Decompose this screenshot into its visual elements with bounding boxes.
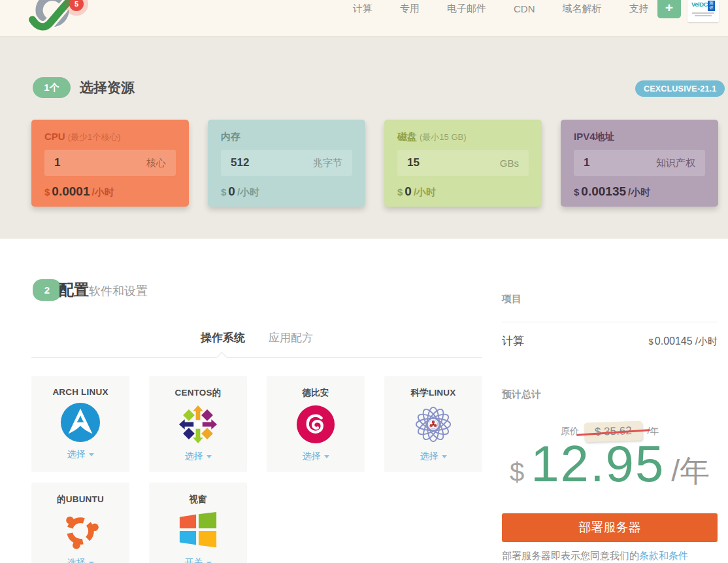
estimate-label: 预计总计 [502, 388, 541, 401]
memory-card-title: 内存 [221, 131, 240, 142]
tab-operating-system[interactable]: 操作系统 [201, 330, 245, 345]
watermark-line [695, 15, 712, 16]
total-currency: $ [510, 458, 524, 487]
disk-value: 15 [407, 156, 420, 169]
cpu-value: 1 [54, 156, 60, 169]
os-select-dropdown[interactable]: 开关 [185, 557, 212, 563]
os-card-debian[interactable]: 德比安 选择 [267, 376, 365, 472]
coupon-badge: CEXCLUSIVE-21.1 [635, 80, 725, 97]
notification-badge[interactable]: 5 [69, 0, 84, 11]
disk-value-input[interactable]: 15 GBs [397, 150, 529, 176]
nav-item-cdn[interactable]: CDN [514, 3, 535, 14]
ipv4-value: 1 [584, 156, 589, 169]
disk-unit-label: GBs [500, 158, 519, 169]
cpu-price: $0.0001/小时 [44, 184, 176, 199]
ipv4-value-input[interactable]: 1 知识产权 [574, 150, 705, 176]
total-per: /年 [671, 451, 710, 492]
chevron-down-icon [324, 455, 329, 458]
memory-value: 512 [231, 156, 249, 169]
cpu-resource-card: CPU(最少1个核心) 1 核心 $0.0001/小时 [31, 120, 189, 207]
step-2-badge: 2 [33, 279, 61, 301]
os-card-centos[interactable]: CENTOS的 选择 [149, 376, 247, 472]
disk-card-hint: (最小15 GB) [420, 132, 467, 142]
ipv4-resource-card: IPV4地址 1 知识产权 $0.00135/小时 [561, 120, 718, 207]
cpu-value-input[interactable]: 1 核心 [44, 150, 176, 176]
nav-links: 计算 专用 电子邮件 CDN 域名解析 支持 [353, 0, 649, 17]
terms-link[interactable]: 条款和条件 [639, 550, 688, 561]
deploy-server-button[interactable]: 部署服务器 [502, 513, 718, 542]
tab-divider [31, 357, 482, 358]
os-name: 科学LINUX [411, 387, 456, 399]
os-card-arch-linux[interactable]: ARCH LINUX 选择 [31, 376, 129, 472]
terms-note: 部署服务器即表示您同意我们的条款和条件 [502, 550, 688, 562]
os-name: ARCH LINUX [52, 387, 108, 397]
disk-resource-card: 磁盘(最小15 GB) 15 GBs $0/小时 [384, 120, 542, 207]
total-amount: 12.95 [531, 434, 665, 494]
nav-item-dedicated[interactable]: 专用 [400, 3, 420, 15]
os-card-scientific-linux[interactable]: 科学LINUX 选择 [384, 376, 482, 472]
os-select-dropdown[interactable]: 选择 [185, 451, 212, 462]
cpu-card-title: CPU [44, 131, 65, 142]
cpu-card-hint: (最少1个核心) [68, 132, 121, 142]
os-card-windows[interactable]: 视窗 开关 [149, 483, 247, 563]
nav-item-compute[interactable]: 计算 [353, 3, 372, 15]
configure-section-title: 配置软件和设置 [59, 280, 148, 300]
memory-price: $0/小时 [221, 184, 352, 199]
ipv4-unit-label: 知识产权 [656, 157, 695, 169]
nav-item-email[interactable]: 电子邮件 [447, 3, 486, 15]
windows-icon [178, 511, 218, 551]
top-navigation-bar: 5 计算 专用 电子邮件 CDN 域名解析 支持 + VeiDC 测评 [0, 0, 728, 37]
os-select-dropdown[interactable]: 选择 [303, 451, 329, 462]
nav-item-dns[interactable]: 域名解析 [563, 3, 602, 15]
memory-value-input[interactable]: 512 兆字节 [221, 150, 352, 176]
os-select-dropdown[interactable]: 选择 [67, 557, 94, 563]
memory-unit-label: 兆字节 [313, 157, 342, 169]
veidc-watermark: VeiDC 测评 [687, 0, 719, 22]
scientific-linux-icon [413, 404, 454, 445]
resources-section-title: 选择资源 [80, 78, 135, 97]
disk-card-title: 磁盘 [397, 131, 417, 142]
nav-item-support[interactable]: 支持 [629, 3, 649, 15]
active-tab-caret [216, 352, 227, 358]
chevron-down-icon [207, 455, 212, 458]
add-server-button[interactable]: + [657, 0, 681, 18]
watermark-badge-text: 测评 [708, 1, 715, 11]
ipv4-price: $0.00135/小时 [574, 184, 705, 199]
summary-divider [502, 322, 718, 322]
ipv4-card-title: IPV4地址 [574, 131, 615, 142]
summary-line-item: 计算 $0.00145 /小时 [502, 333, 718, 349]
tab-app-recipes[interactable]: 应用配方 [269, 330, 313, 345]
line-item-price: $0.00145 /小时 [649, 335, 718, 348]
project-label: 项目 [502, 293, 521, 305]
memory-resource-card: 内存 512 兆字节 $0/小时 [208, 120, 365, 207]
chevron-down-icon [442, 455, 447, 458]
step-1-badge: 1个 [33, 77, 71, 98]
os-card-ubuntu[interactable]: 的UBUNTU 选择 [31, 483, 129, 563]
chevron-down-icon [89, 453, 94, 456]
watermark-brand-text: VeiDC [691, 1, 708, 9]
os-name: CENTOS的 [175, 387, 222, 399]
watermark-line [692, 12, 714, 14]
disk-price: $0/小时 [397, 184, 529, 199]
arch-linux-icon [60, 402, 101, 443]
os-name: 视窗 [189, 494, 207, 505]
os-select-dropdown[interactable]: 选择 [67, 449, 94, 460]
debian-icon [295, 404, 336, 445]
ubuntu-icon [60, 511, 101, 551]
os-select-dropdown[interactable]: 选择 [420, 451, 447, 462]
os-name: 的UBUNTU [57, 494, 104, 505]
line-item-label: 计算 [502, 333, 524, 349]
config-tabs: 操作系统 应用配方 [31, 330, 482, 345]
total-price: $ 12.95 /年 [502, 434, 718, 494]
os-name: 德比安 [302, 387, 329, 399]
centos-icon [178, 404, 218, 445]
cpu-unit-label: 核心 [146, 157, 166, 169]
